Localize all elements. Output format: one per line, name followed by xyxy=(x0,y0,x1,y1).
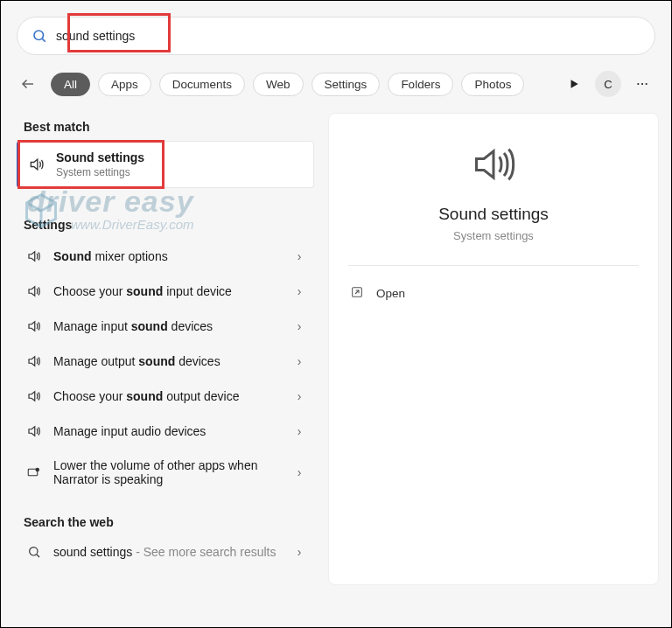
svg-line-17 xyxy=(37,555,39,557)
play-icon[interactable] xyxy=(561,71,587,97)
speaker-icon xyxy=(25,248,43,264)
result-title: Sound settings xyxy=(56,150,304,164)
settings-result[interactable]: Manage input audio devices› xyxy=(17,414,314,449)
chevron-right-icon: › xyxy=(293,249,305,263)
detail-panel: Sound settings System settings Open xyxy=(328,113,659,585)
filter-chip-folders[interactable]: Folders xyxy=(388,73,453,96)
svg-marker-8 xyxy=(29,252,35,262)
speaker-icon xyxy=(25,353,43,369)
svg-point-0 xyxy=(34,31,44,40)
speaker-icon xyxy=(25,388,43,404)
more-icon[interactable] xyxy=(629,71,655,97)
svg-marker-11 xyxy=(29,357,35,366)
results-column: Best match Sound settings System setting… xyxy=(17,113,314,585)
web-result-title: sound settings - See more search results xyxy=(53,545,283,559)
section-search-web: Search the web xyxy=(17,508,314,536)
chevron-right-icon: › xyxy=(293,424,305,438)
result-title: Sound mixer options xyxy=(53,249,283,263)
search-icon xyxy=(25,545,43,559)
settings-result[interactable]: Sound mixer options› xyxy=(17,239,314,274)
result-title: Choose your sound output device xyxy=(53,389,283,403)
svg-point-15 xyxy=(36,468,40,472)
result-subtitle: System settings xyxy=(56,166,304,178)
speaker-icon xyxy=(28,156,46,173)
svg-marker-18 xyxy=(477,151,494,178)
filter-chip-settings[interactable]: Settings xyxy=(312,73,381,96)
search-input[interactable] xyxy=(56,29,640,43)
open-label: Open xyxy=(376,287,405,300)
settings-result[interactable]: Lower the volume of other apps when Narr… xyxy=(17,449,314,496)
chevron-right-icon: › xyxy=(293,389,305,403)
chevron-right-icon: › xyxy=(293,545,305,559)
settings-result[interactable]: Choose your sound input device› xyxy=(17,274,314,309)
speaker-icon xyxy=(25,318,43,334)
result-title: Manage input sound devices xyxy=(53,319,283,333)
svg-marker-7 xyxy=(31,159,38,170)
svg-marker-13 xyxy=(29,427,35,436)
filter-chip-documents[interactable]: Documents xyxy=(159,73,245,96)
svg-point-6 xyxy=(646,83,648,85)
divider xyxy=(348,265,639,266)
result-sound-settings[interactable]: Sound settings System settings xyxy=(17,141,314,188)
svg-line-1 xyxy=(42,38,45,41)
speaker-icon xyxy=(25,283,43,299)
chevron-right-icon: › xyxy=(293,319,305,333)
search-icon xyxy=(32,28,47,44)
settings-result[interactable]: Manage input sound devices› xyxy=(17,309,314,344)
back-button[interactable] xyxy=(17,73,39,95)
detail-subtitle: System settings xyxy=(348,229,639,242)
narrator-icon xyxy=(25,464,43,480)
svg-marker-10 xyxy=(29,322,35,331)
filter-chip-web[interactable]: Web xyxy=(253,73,304,96)
filter-row: All Apps Documents Web Settings Folders … xyxy=(17,71,655,97)
open-action[interactable]: Open xyxy=(348,282,639,305)
svg-point-5 xyxy=(641,83,643,85)
result-title: Manage input audio devices xyxy=(53,424,283,438)
detail-title: Sound settings xyxy=(348,205,639,224)
filter-chip-all[interactable]: All xyxy=(51,73,90,96)
result-title: Choose your sound input device xyxy=(53,284,283,298)
chevron-right-icon: › xyxy=(293,284,305,298)
account-avatar[interactable]: C xyxy=(595,71,621,97)
search-bar[interactable] xyxy=(17,17,655,55)
web-result[interactable]: sound settings - See more search results… xyxy=(17,536,314,568)
section-best-match: Best match xyxy=(17,113,314,141)
filter-chip-apps[interactable]: Apps xyxy=(98,73,151,96)
speaker-icon xyxy=(25,423,43,439)
svg-point-4 xyxy=(637,83,639,85)
svg-point-16 xyxy=(30,548,38,555)
filter-chip-photos[interactable]: Photos xyxy=(461,73,524,96)
chevron-right-icon: › xyxy=(293,354,305,368)
open-icon xyxy=(350,285,364,302)
settings-result[interactable]: Manage output sound devices› xyxy=(17,344,314,379)
section-settings: Settings xyxy=(17,211,314,239)
result-title: Manage output sound devices xyxy=(53,354,283,368)
settings-result[interactable]: Choose your sound output device› xyxy=(17,379,314,414)
chevron-right-icon: › xyxy=(293,465,305,479)
speaker-icon-large xyxy=(348,142,639,187)
svg-marker-12 xyxy=(29,392,35,401)
result-title: Lower the volume of other apps when Narr… xyxy=(53,458,283,486)
svg-marker-9 xyxy=(29,287,35,297)
svg-marker-3 xyxy=(571,80,578,87)
